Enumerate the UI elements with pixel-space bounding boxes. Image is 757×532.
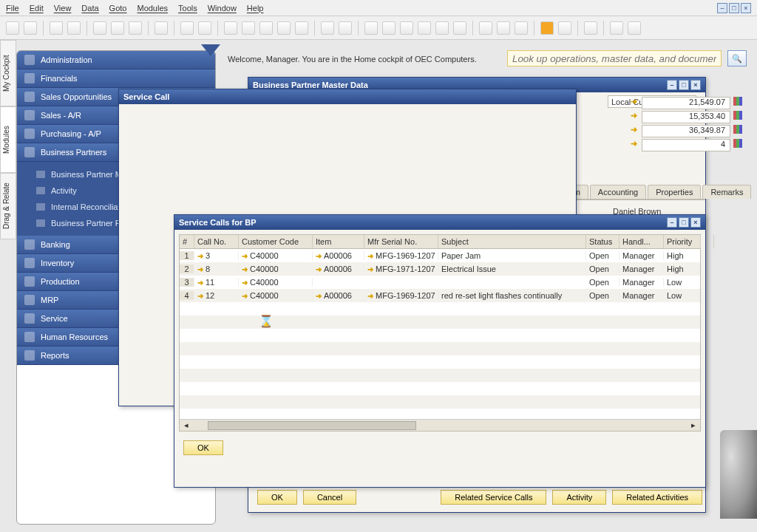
tab-accounting[interactable]: Accounting bbox=[590, 185, 646, 199]
orders-value[interactable]: 36,349.87 bbox=[642, 125, 730, 137]
related-service-calls-button[interactable]: Related Service Calls bbox=[441, 490, 546, 505]
opportunities-value[interactable]: 4 bbox=[642, 139, 730, 151]
alert-icon[interactable] bbox=[540, 21, 554, 35]
app-restore-button[interactable]: □ bbox=[729, 3, 739, 13]
toolbar-icon[interactable] bbox=[610, 21, 623, 35]
tab-properties[interactable]: Properties bbox=[648, 185, 701, 199]
link-arrow-icon[interactable]: ➜ bbox=[628, 125, 639, 137]
menu-tools[interactable]: Tools bbox=[178, 4, 197, 13]
table-row[interactable]: 3➜ 11➜ C40000OpenManagerLow bbox=[180, 276, 700, 289]
app-minimize-button[interactable]: – bbox=[717, 3, 727, 13]
menu-window[interactable]: Window bbox=[208, 4, 237, 13]
toolbar-icon[interactable] bbox=[180, 21, 194, 35]
toolbar-icon[interactable] bbox=[93, 21, 106, 35]
table-row[interactable]: 2➜ 8➜ C40000➜ A00006➜ MFG-1971-1207Elect… bbox=[180, 262, 700, 276]
toolbar-icon[interactable] bbox=[50, 21, 63, 35]
toolbar-icon[interactable] bbox=[418, 21, 431, 35]
chart-icon[interactable] bbox=[733, 125, 742, 134]
chart-icon[interactable] bbox=[733, 139, 742, 148]
toolbar-icon[interactable] bbox=[111, 21, 124, 35]
col-mfr-serial[interactable]: Mfr Serial No. bbox=[364, 235, 438, 248]
toolbar-icon[interactable] bbox=[453, 21, 466, 35]
sidebar-item-financials[interactable]: Financials bbox=[17, 69, 215, 88]
toolbar-icon[interactable] bbox=[435, 21, 449, 35]
link-arrow-icon[interactable]: ➜ bbox=[628, 139, 639, 151]
activity-button[interactable]: Activity bbox=[552, 490, 606, 505]
toolbar-icon[interactable] bbox=[515, 21, 528, 35]
toolbar-icon[interactable] bbox=[198, 21, 211, 35]
horizontal-scrollbar[interactable]: ◂ ▸ bbox=[180, 419, 700, 431]
toolbar-icon[interactable] bbox=[382, 21, 396, 35]
side-tab-modules[interactable]: Modules bbox=[0, 106, 16, 173]
toolbar-icon[interactable] bbox=[628, 21, 641, 35]
toolbar-icon[interactable] bbox=[321, 21, 334, 35]
toolbar-icon[interactable] bbox=[6, 21, 19, 35]
sidebar-item-label: Administration bbox=[41, 55, 92, 64]
col-priority[interactable]: Priority bbox=[664, 235, 701, 248]
win-close-button[interactable]: × bbox=[690, 217, 701, 228]
toolbar-icon[interactable] bbox=[364, 21, 378, 35]
menu-goto[interactable]: Goto bbox=[109, 4, 127, 13]
win-minimize-button[interactable]: – bbox=[667, 80, 677, 90]
col-status[interactable]: Status bbox=[586, 235, 619, 248]
table-row[interactable]: 4➜ 12➜ C40000➜ A00006➜ MFG-1969-1207red … bbox=[180, 289, 700, 302]
win-restore-button[interactable]: □ bbox=[679, 217, 689, 228]
chart-icon[interactable] bbox=[733, 111, 742, 120]
related-activities-button[interactable]: Related Activities bbox=[612, 490, 702, 505]
link-arrow-icon[interactable]: ➜ bbox=[628, 97, 639, 109]
toolbar-icon[interactable] bbox=[295, 21, 308, 35]
module-icon bbox=[24, 313, 35, 324]
chart-icon[interactable] bbox=[733, 97, 742, 106]
toolbar-icon[interactable] bbox=[224, 21, 237, 35]
ok-button[interactable]: OK bbox=[257, 490, 297, 505]
cell-rownum: 3 bbox=[180, 278, 194, 287]
deliveries-value[interactable]: 15,353.40 bbox=[642, 111, 730, 123]
col-subject[interactable]: Subject bbox=[438, 235, 586, 248]
scroll-left-icon[interactable]: ◂ bbox=[180, 420, 193, 430]
scroll-right-icon[interactable]: ▸ bbox=[687, 420, 700, 430]
menu-modules[interactable]: Modules bbox=[137, 4, 168, 13]
sidebar-item-administration[interactable]: Administration bbox=[17, 51, 215, 69]
tab-remarks[interactable]: Remarks bbox=[702, 185, 751, 199]
menu-view[interactable]: View bbox=[54, 4, 72, 13]
link-arrow-icon[interactable]: ➜ bbox=[628, 111, 639, 123]
search-input[interactable] bbox=[507, 50, 722, 66]
grid-body[interactable]: 1➜ 3➜ C40000➜ A00006➜ MFG-1969-1207Paper… bbox=[180, 249, 700, 419]
ok-button[interactable]: OK bbox=[183, 440, 223, 455]
toolbar-icon[interactable] bbox=[155, 21, 168, 35]
col-handler[interactable]: Handl... bbox=[619, 235, 664, 248]
toolbar-icon[interactable] bbox=[558, 21, 571, 35]
side-tab-drag-relate[interactable]: Drag & Relate bbox=[0, 173, 16, 239]
col-item[interactable]: Item bbox=[313, 235, 364, 248]
scroll-thumb[interactable] bbox=[208, 421, 416, 430]
toolbar-icon[interactable] bbox=[400, 21, 413, 35]
acct-balance-value[interactable]: 21,549.07 bbox=[642, 97, 730, 109]
toolbar-icon[interactable] bbox=[479, 21, 492, 35]
toolbar-icon[interactable] bbox=[67, 21, 81, 35]
toolbar-icon[interactable] bbox=[277, 21, 291, 35]
col-num[interactable]: # bbox=[180, 235, 194, 248]
col-call-no[interactable]: Call No. bbox=[194, 235, 239, 248]
help-icon[interactable] bbox=[584, 21, 597, 35]
win-close-button[interactable]: × bbox=[690, 80, 701, 90]
service-call-title-bar[interactable]: Service Call bbox=[119, 89, 576, 104]
table-row[interactable]: 1➜ 3➜ C40000➜ A00006➜ MFG-1969-1207Paper… bbox=[180, 249, 700, 262]
toolbar-icon[interactable] bbox=[497, 21, 510, 35]
win-restore-button[interactable]: □ bbox=[679, 80, 689, 90]
menu-edit[interactable]: Edit bbox=[30, 4, 44, 13]
scbp-title-bar[interactable]: Service Calls for BP –□× bbox=[174, 215, 705, 230]
toolbar-icon[interactable] bbox=[242, 21, 255, 35]
menu-help[interactable]: Help bbox=[247, 4, 264, 13]
col-customer-code[interactable]: Customer Code bbox=[239, 235, 313, 248]
win-minimize-button[interactable]: – bbox=[667, 217, 677, 228]
menu-file[interactable]: File bbox=[6, 4, 19, 13]
toolbar-icon[interactable] bbox=[24, 21, 37, 35]
toolbar-icon[interactable] bbox=[129, 21, 142, 35]
toolbar-icon[interactable] bbox=[339, 21, 352, 35]
app-close-button[interactable]: × bbox=[741, 3, 751, 13]
toolbar-icon[interactable] bbox=[259, 21, 273, 35]
side-tab-cockpit[interactable]: My Cockpit bbox=[0, 40, 16, 106]
cancel-button[interactable]: Cancel bbox=[303, 490, 356, 505]
menu-data[interactable]: Data bbox=[81, 4, 98, 13]
search-button[interactable]: 🔍 bbox=[727, 50, 747, 66]
